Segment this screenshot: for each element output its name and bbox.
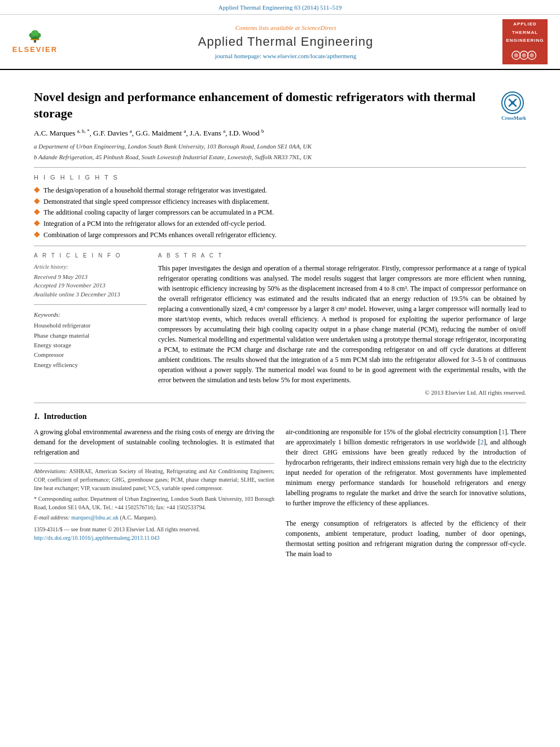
sciencedirect-name[interactable]: ScienceDirect — [301, 24, 336, 31]
email-label: E-mail address: — [34, 514, 70, 521]
main-content: Novel design and performance enhancement… — [0, 70, 560, 567]
affiliation-a: a Department of Urban Engineering, Londo… — [34, 142, 526, 151]
journal-center: Contents lists available at ScienceDirec… — [69, 24, 502, 61]
highlight-bullet-3: ◆ — [34, 208, 40, 216]
svg-point-13 — [511, 101, 514, 104]
crossmark-badge[interactable] — [501, 91, 524, 114]
elsevier-logo: ELSEVIER — [7, 29, 63, 55]
article-info-label: A R T I C L E I N F O — [34, 252, 147, 260]
introduction-section: 1. Introduction A growing global environ… — [34, 411, 526, 559]
intro-columns: A growing global environmental awareness… — [34, 427, 526, 559]
intro-number: 1. — [34, 412, 40, 421]
article-abstract-columns: A R T I C L E I N F O Article history: R… — [34, 252, 526, 397]
keywords-label: Keywords: — [34, 311, 147, 319]
footnote-area: Abbreviations: ASHRAE, American Society … — [34, 463, 274, 522]
homepage-line: journal homepage: www.elsevier.com/locat… — [69, 52, 502, 60]
keyword-2: Phase change material — [34, 331, 147, 340]
paper-title-text: Novel design and performance enhancement… — [34, 89, 496, 121]
accepted-date: Accepted 19 November 2013 — [34, 281, 147, 290]
copyright-line: © 2013 Elsevier Ltd. All rights reserved… — [158, 388, 526, 397]
logo-line3: ENGINEERING — [506, 38, 544, 43]
highlight-bullet-2: ◆ — [34, 197, 40, 205]
abstract-text: This paper investigates the design and o… — [158, 263, 526, 385]
intro-heading: 1. Introduction — [34, 411, 526, 422]
journal-logo-badge: APPLIED THERMAL ENGINEERING — [502, 19, 548, 64]
crossmark-label: CrossMark — [501, 115, 526, 122]
abbreviations-text: ASHRAE, American Society of Heating, Ref… — [34, 468, 274, 491]
intro-left-text: A growing global environmental awareness… — [34, 427, 274, 457]
keyword-4: Compressor — [34, 351, 147, 359]
svg-point-11 — [530, 53, 533, 57]
top-bar: Applied Thermal Engineering 63 (2014) 51… — [0, 0, 560, 15]
email-line: E-mail address: marques@lsbu.ac.uk (A.C.… — [34, 513, 274, 522]
intro-right-text: air-conditioning are responsible for 15%… — [286, 427, 526, 508]
article-info-column: A R T I C L E I N F O Article history: R… — [34, 252, 147, 397]
journal-header: ELSEVIER Contents lists available at Sci… — [0, 15, 560, 70]
corresponding-line: * Corresponding author. Department of Ur… — [34, 495, 274, 512]
crossmark-area: CrossMark — [501, 91, 526, 122]
intro-right-text-2: The energy consumption of refrigerators … — [286, 518, 526, 559]
divider-3 — [34, 403, 526, 403]
highlight-bullet-4: ◆ — [34, 219, 40, 227]
svg-point-9 — [514, 53, 518, 57]
highlights-section: H I G H L I G H T S ◆ The design/operati… — [34, 173, 526, 239]
intro-right-col: air-conditioning are responsible for 15%… — [286, 427, 526, 559]
received-date: Received 9 May 2013 — [34, 273, 147, 281]
intro-title: Introduction — [44, 412, 87, 421]
crossmark-icon — [504, 94, 522, 112]
logo-graphic — [510, 48, 541, 63]
issn-line: 1359-4311/$ — see front matter © 2013 El… — [34, 525, 274, 542]
highlight-bullet-1: ◆ — [34, 186, 40, 194]
elsevier-tree-icon — [18, 29, 52, 43]
journal-citation: Applied Thermal Engineering 63 (2014) 51… — [218, 4, 342, 11]
keyword-3: Energy storage — [34, 341, 147, 350]
corresponding-label: * Corresponding author. — [34, 496, 89, 502]
divider-2 — [34, 246, 526, 246]
abstract-column: A B S T R A C T This paper investigates … — [158, 252, 526, 397]
issn-text: 1359-4311/$ — see front matter © 2013 El… — [34, 525, 274, 534]
journal-right-logo: APPLIED THERMAL ENGINEERING — [502, 19, 553, 64]
keyword-1: Household refrigerator — [34, 321, 147, 330]
abstract-label: A B S T R A C T — [158, 252, 526, 260]
paper-title-row: Novel design and performance enhancement… — [34, 89, 526, 122]
highlight-item-3: ◆ The additional cooling capacity of lar… — [34, 208, 526, 217]
highlight-item-2: ◆ Demonstrated that single speed compres… — [34, 197, 526, 207]
authors-line: A.C. Marques a, b, *, G.F. Davies a, G.G… — [34, 128, 526, 139]
email-address[interactable]: marques@lsbu.ac.uk — [71, 514, 119, 521]
affiliation-b: b Adande Refrigeration, 45 Pinbush Road,… — [34, 153, 526, 161]
history-label: Article history: — [34, 263, 147, 271]
homepage-url[interactable]: www.elsevier.com/locate/apthermeng — [263, 53, 356, 59]
journal-title: Applied Thermal Engineering — [69, 33, 502, 51]
logo-line1: APPLIED — [513, 21, 537, 27]
svg-point-10 — [522, 53, 526, 57]
highlight-item-1: ◆ The design/operation of a household th… — [34, 186, 526, 195]
elsevier-logo-area: ELSEVIER — [7, 29, 69, 55]
intro-left-col: A growing global environmental awareness… — [34, 427, 274, 559]
svg-rect-5 — [30, 39, 40, 40]
svg-point-4 — [31, 30, 38, 36]
logo-line2: THERMAL — [512, 30, 538, 36]
highlights-title: H I G H L I G H T S — [34, 173, 526, 182]
highlight-item-5: ◆ Combination of large compressors and P… — [34, 230, 526, 240]
available-date: Available online 3 December 2013 — [34, 290, 147, 299]
keyword-5: Energy efficiency — [34, 361, 147, 369]
highlight-bullet-5: ◆ — [34, 230, 40, 238]
elsevier-text-label: ELSEVIER — [12, 45, 58, 55]
divider-1 — [34, 167, 526, 168]
email-name: (A.C. Marques). — [120, 514, 157, 521]
sciencedirect-line: Contents lists available at ScienceDirec… — [69, 24, 502, 32]
divider-keywords — [34, 304, 147, 305]
article-history: Article history: Received 9 May 2013 Acc… — [34, 263, 147, 299]
doi-link[interactable]: http://dx.doi.org/10.1016/j.applthermale… — [34, 534, 274, 542]
abbreviations-line: Abbreviations: ASHRAE, American Society … — [34, 467, 274, 492]
highlight-item-4: ◆ Integration of a PCM into the refriger… — [34, 219, 526, 229]
abbreviations-label: Abbreviations: — [34, 468, 67, 474]
